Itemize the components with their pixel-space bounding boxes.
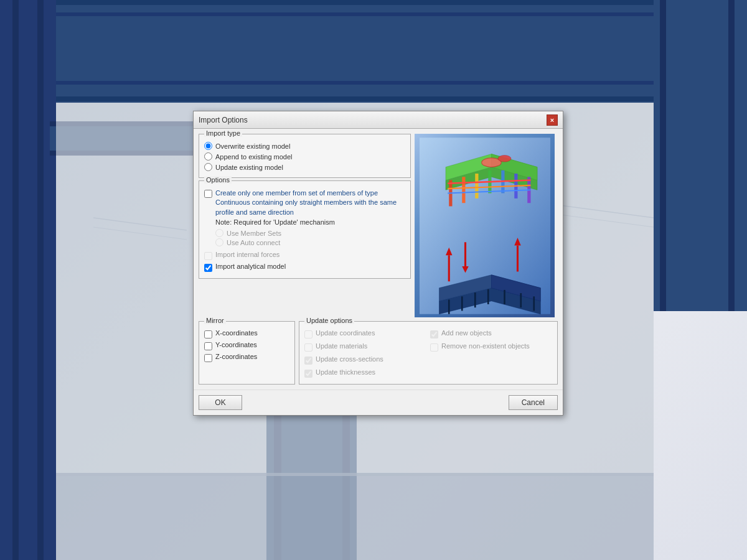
svg-rect-1 — [0, 0, 747, 5]
update-materials-checkbox — [304, 343, 312, 352]
use-member-sets-row: Use Member Sets — [215, 228, 405, 238]
svg-rect-3 — [0, 12, 747, 16]
import-analytical-model-row[interactable]: Import analytical model — [204, 261, 405, 273]
z-coord-checkbox[interactable] — [204, 354, 212, 362]
import-type-label: Import type — [204, 129, 242, 137]
radio-append[interactable]: Append to existing model — [204, 151, 405, 162]
dialog-footer: OK Cancel — [194, 390, 563, 415]
top-row: Import type Overwrite existing model App… — [199, 134, 558, 317]
import-options-dialog: Import Options × Import type Overwrite e… — [193, 111, 563, 416]
update-coords-row: Update coordinates — [304, 328, 426, 340]
svg-rect-4 — [0, 81, 747, 85]
update-cross-sections-checkbox — [304, 357, 312, 365]
add-new-objects-label: Add new objects — [441, 329, 492, 337]
x-coord-row[interactable]: X-coordinates — [204, 328, 289, 340]
note-text: Note: Required for 'Update' mechanism — [215, 218, 405, 226]
update-materials-label: Update materials — [316, 342, 367, 350]
update-thicknesses-label: Update thicknesses — [316, 368, 375, 376]
update-inner: Update coordinates Update materials Upda… — [304, 328, 552, 379]
mirror-group: Mirror X-coordinates Y-coordinates Z-coo… — [199, 321, 295, 385]
add-new-objects-checkbox — [430, 330, 438, 338]
dialog-title: Import Options — [199, 116, 248, 124]
add-new-objects-row: Add new objects — [430, 328, 552, 340]
z-coord-row[interactable]: Z-coordinates — [204, 352, 289, 363]
create-member-text-block: Create only one member from set of membe… — [215, 189, 405, 217]
remove-nonexistent-label: Remove non-existent objects — [441, 342, 530, 350]
use-member-sets-label: Use Member Sets — [227, 230, 281, 237]
z-coord-label[interactable]: Z-coordinates — [215, 353, 257, 360]
radio-update-label[interactable]: Update existing model — [215, 164, 283, 171]
radio-update[interactable]: Update existing model — [204, 162, 405, 172]
radio-append-label[interactable]: Append to existing model — [215, 153, 293, 161]
svg-rect-16 — [728, 0, 735, 311]
left-panel: Import type Overwrite existing model App… — [199, 134, 411, 317]
update-col-left: Update coordinates Update materials Upda… — [304, 328, 426, 379]
preview-panel — [415, 134, 558, 317]
update-thicknesses-row: Update thicknesses — [304, 367, 426, 379]
svg-rect-7 — [37, 0, 44, 560]
import-internal-forces-row: Import internal forces — [204, 250, 405, 261]
update-cross-sections-label: Update cross-sections — [316, 355, 383, 363]
y-coord-row[interactable]: Y-coordinates — [204, 340, 289, 352]
cancel-button[interactable]: Cancel — [509, 395, 558, 410]
update-thicknesses-checkbox — [304, 370, 312, 378]
x-coord-checkbox[interactable] — [204, 330, 212, 338]
update-col-right: Add new objects Remove non-existent obje… — [430, 328, 552, 379]
ok-button[interactable]: OK — [199, 395, 242, 410]
use-auto-connect-row: Use Auto connect — [215, 238, 405, 247]
options-group: Options Create only one member from set … — [199, 180, 411, 279]
dialog-titlebar: Import Options × — [194, 111, 563, 129]
update-materials-row: Update materials — [304, 341, 426, 353]
dialog-body: Import type Overwrite existing model App… — [194, 129, 563, 390]
close-button[interactable]: × — [547, 114, 558, 126]
mirror-label: Mirror — [204, 317, 226, 324]
y-coord-label[interactable]: Y-coordinates — [215, 341, 257, 348]
remove-nonexistent-checkbox — [430, 343, 438, 352]
svg-rect-6 — [12, 0, 19, 560]
use-auto-connect-label: Use Auto connect — [227, 239, 280, 246]
radio-overwrite[interactable]: Overwrite existing model — [204, 141, 405, 151]
svg-rect-5 — [0, 0, 56, 560]
import-internal-forces-label: Import internal forces — [215, 251, 280, 258]
options-label: Options — [204, 176, 232, 184]
create-member-checkbox-row[interactable]: Create only one member from set of membe… — [204, 187, 405, 218]
preview-image — [415, 134, 555, 317]
update-cross-sections-row: Update cross-sections — [304, 354, 426, 366]
update-coords-label: Update coordinates — [316, 329, 375, 337]
svg-rect-22 — [56, 473, 654, 560]
svg-point-48 — [498, 155, 511, 162]
svg-rect-15 — [660, 0, 666, 311]
x-coord-label[interactable]: X-coordinates — [215, 329, 258, 337]
remove-nonexistent-row: Remove non-existent objects — [430, 341, 552, 353]
import-type-group: Import type Overwrite existing model App… — [199, 134, 411, 178]
bottom-row: Mirror X-coordinates Y-coordinates Z-coo… — [199, 321, 558, 385]
import-analytical-model-label[interactable]: Import analytical model — [215, 263, 286, 270]
update-options-group: Update options Update coordinates Update… — [299, 321, 558, 385]
import-internal-forces-checkbox — [204, 252, 212, 260]
update-coords-checkbox — [304, 330, 312, 338]
svg-rect-39 — [475, 174, 478, 198]
svg-rect-2 — [0, 96, 747, 101]
radio-overwrite-label[interactable]: Overwrite existing model — [215, 142, 290, 150]
import-analytical-model-checkbox[interactable] — [204, 264, 212, 272]
svg-rect-38 — [462, 177, 465, 203]
y-coord-checkbox[interactable] — [204, 342, 212, 350]
create-member-text: Create only one member from set of membe… — [215, 189, 397, 216]
create-member-checkbox[interactable] — [204, 190, 212, 198]
update-options-label: Update options — [304, 317, 354, 324]
